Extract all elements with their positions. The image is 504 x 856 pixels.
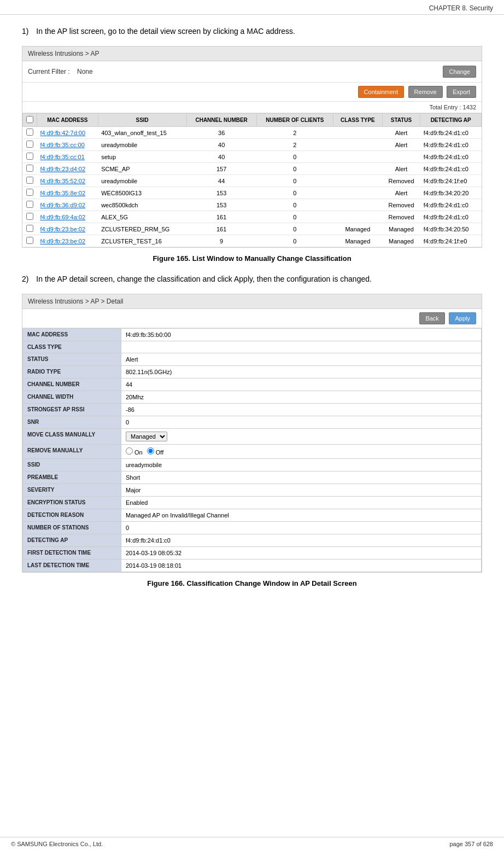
detail-label: CHANNEL WIDTH xyxy=(23,391,121,404)
row-mac[interactable]: f4:d9:fb:35:8e:02 xyxy=(37,187,98,199)
row-checkbox-cell[interactable] xyxy=(23,139,37,151)
detail-value: ureadymobile xyxy=(126,462,162,468)
table-row: f4:d9:fb:42:7d:00 403_wlan_onoff_test_15… xyxy=(23,127,482,139)
step1-description: In the AP list screen, go to the detail … xyxy=(36,27,295,36)
row-mac[interactable]: f4:d9:fb:42:7d:00 xyxy=(37,127,98,139)
row-mac[interactable]: f4:d9:fb:23:d4:02 xyxy=(37,163,98,175)
row-mac[interactable]: f4:d9:fb:36:d9:02 xyxy=(37,199,98,211)
detail-value-cell: 802.11n(5.0GHz) xyxy=(121,366,482,378)
row-mac[interactable]: f4:d9:fb:69:4a:02 xyxy=(37,211,98,223)
row-checkbox[interactable] xyxy=(26,129,33,136)
detail-label: RADIO TYPE xyxy=(23,366,121,378)
detail-value-cell: 0 xyxy=(121,522,482,534)
copyright: © SAMSUNG Electronics Co., Ltd. xyxy=(11,841,103,847)
back-button[interactable]: Back xyxy=(419,312,444,324)
row-mac[interactable]: f4:d9:fb:35:52:02 xyxy=(37,175,98,187)
detail-value-cell: On Off xyxy=(121,445,482,459)
detail-row: LAST DETECTION TIME 2014-03-19 08:18:01 xyxy=(23,560,482,572)
detail-value-cell: Major xyxy=(121,484,482,497)
change-button[interactable]: Change xyxy=(443,66,476,78)
row-checkbox[interactable] xyxy=(26,201,33,208)
row-status xyxy=(382,151,420,163)
detail-label: ENCRYPTION STATUS xyxy=(23,497,121,509)
row-checkbox-cell[interactable] xyxy=(23,175,37,187)
row-classtype xyxy=(333,151,382,163)
row-status: Removed xyxy=(382,199,420,211)
table-row: f4:d9:fb:23:be:02 ZCLUSTER_TEST_16 9 0 M… xyxy=(23,235,482,247)
row-channel: 161 xyxy=(186,211,256,223)
row-mac[interactable]: f4:d9:fb:35:cc:01 xyxy=(37,151,98,163)
total-entry-bar: Total Entry : 1432 xyxy=(22,102,482,113)
row-ssid: wec8500kdch xyxy=(98,199,186,211)
apply-button[interactable]: Apply xyxy=(449,312,476,324)
step1-number: 1) xyxy=(22,27,28,36)
detail-label: LAST DETECTION TIME xyxy=(23,560,121,572)
row-checkbox-cell[interactable] xyxy=(23,163,37,175)
row-checkbox-cell[interactable] xyxy=(23,127,37,139)
table-row: f4:d9:fb:69:4a:02 ALEX_5G 161 0 Removed … xyxy=(23,211,482,223)
row-classtype xyxy=(333,175,382,187)
step1-text: 1) In the AP list screen, go to the deta… xyxy=(22,26,482,37)
row-clients: 0 xyxy=(256,223,333,235)
detail-row: PREAMBLE Short xyxy=(23,471,482,484)
row-checkbox-cell[interactable] xyxy=(23,223,37,235)
row-checkbox[interactable] xyxy=(26,189,33,196)
row-channel: 153 xyxy=(186,187,256,199)
row-checkbox-cell[interactable] xyxy=(23,211,37,223)
row-detecting: f4:d9:fb:24:d1:c0 xyxy=(420,127,482,139)
detail-label: REMOVE MANUALLY xyxy=(23,445,121,459)
detail-value-cell xyxy=(121,341,482,353)
export-button[interactable]: Export xyxy=(447,86,476,98)
row-channel: 9 xyxy=(186,235,256,247)
row-mac[interactable]: f4:d9:fb:35:cc:00 xyxy=(37,139,98,151)
row-checkbox-cell[interactable] xyxy=(23,235,37,247)
row-checkbox[interactable] xyxy=(26,177,33,184)
radio-off[interactable] xyxy=(147,447,154,455)
row-status: Removed xyxy=(382,211,420,223)
row-ssid: 403_wlan_onoff_test_15 xyxy=(98,127,186,139)
table-row: f4:d9:fb:35:cc:01 setup 40 0 f4:d9:fb:24… xyxy=(23,151,482,163)
row-status: Managed xyxy=(382,235,420,247)
detail-row: ENCRYPTION STATUS Enabled xyxy=(23,497,482,509)
move-class-select[interactable]: Managed xyxy=(126,432,167,441)
row-channel: 157 xyxy=(186,163,256,175)
step2-description: In the AP detail screen, change the clas… xyxy=(36,275,372,283)
detail-row: CHANNEL NUMBER 44 xyxy=(23,378,482,391)
radio-on[interactable] xyxy=(126,447,133,455)
row-checkbox[interactable] xyxy=(26,165,33,172)
table-header-row: MAC ADDRESS SSID CHANNEL NUMBER NUMBER O… xyxy=(23,114,482,127)
row-checkbox[interactable] xyxy=(26,213,33,220)
detail-value: 2014-03-19 08:18:01 xyxy=(126,562,181,569)
remove-manually-group: On Off xyxy=(126,447,163,456)
row-mac[interactable]: f4:d9:fb:23:be:02 xyxy=(37,235,98,247)
detail-value: Major xyxy=(126,487,141,493)
detail-value-cell: 2014-03-19 08:05:32 xyxy=(121,547,482,560)
figure1-container: Wireless Intrusions > AP Current Filter … xyxy=(22,46,482,248)
row-checkbox[interactable] xyxy=(26,153,33,160)
detail-label: DETECTION REASON xyxy=(23,509,121,522)
detail-label: STRONGEST AP RSSI xyxy=(23,404,121,416)
row-mac[interactable]: f4:d9:fb:23:be:02 xyxy=(37,223,98,235)
row-checkbox-cell[interactable] xyxy=(23,187,37,199)
row-checkbox-cell[interactable] xyxy=(23,199,37,211)
detail-value-cell: 0 xyxy=(121,416,482,429)
detail-value: 0 xyxy=(126,419,129,426)
detail-label: DETECTING AP xyxy=(23,534,121,547)
detail-row: MAC ADDRESS f4:d9:fb:35:b0:00 xyxy=(23,329,482,341)
detail-value: Managed AP on Invalid/Illegal Channel xyxy=(126,512,229,519)
detail-value: f4:d9:fb:24:d1:c0 xyxy=(126,537,171,544)
detail-value-cell: 2014-03-19 08:18:01 xyxy=(121,560,482,572)
row-checkbox[interactable] xyxy=(26,237,33,244)
row-ssid: ALEX_5G xyxy=(98,211,186,223)
step2-number: 2) xyxy=(22,275,28,283)
row-checkbox[interactable] xyxy=(26,225,33,232)
select-all-checkbox[interactable] xyxy=(26,116,33,123)
containment-button[interactable]: Containment xyxy=(358,86,404,98)
remove-button[interactable]: Remove xyxy=(408,86,443,98)
detail-value: 20Mhz xyxy=(126,394,144,400)
row-checkbox-cell[interactable] xyxy=(23,151,37,163)
detail-value-cell: Alert xyxy=(121,353,482,366)
row-checkbox[interactable] xyxy=(26,141,33,148)
row-detecting: f4:d9:fb:24:d1:c0 xyxy=(420,163,482,175)
detail-row: NUMBER OF STATIONS 0 xyxy=(23,522,482,534)
